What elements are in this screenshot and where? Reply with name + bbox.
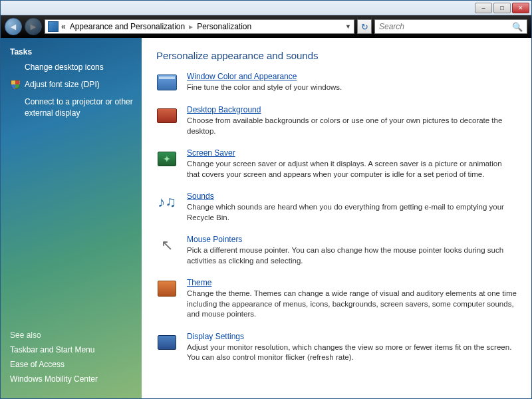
address-dropdown-icon[interactable]: ▼ (345, 23, 351, 30)
forward-button[interactable]: ► (25, 18, 42, 35)
link-sounds[interactable]: Sounds (187, 192, 214, 201)
link-mouse-pointers[interactable]: Mouse Pointers (187, 235, 242, 244)
sounds-icon: ♪♫ (156, 192, 178, 213)
entry-desc: Fine tune the color and style of your wi… (187, 82, 342, 93)
shield-icon (10, 79, 21, 90)
entry-desc: Pick a different mouse pointer. You can … (187, 245, 517, 266)
theme-icon (156, 278, 178, 299)
back-button[interactable]: ◄ (5, 18, 22, 35)
task-label: Change desktop icons (25, 62, 104, 72)
maximize-button[interactable]: □ (493, 3, 511, 13)
entry-screen-saver: ✦ Screen Saver Change your screen saver … (156, 148, 517, 180)
blank-icon (10, 96, 21, 107)
breadcrumb-separator-icon[interactable]: ▸ (189, 22, 193, 31)
entry-desc: Adjust your monitor resolution, which ch… (187, 342, 517, 363)
link-window-color[interactable]: Window Color and Appearance (187, 72, 297, 81)
entry-mouse-pointers: ↖ Mouse Pointers Pick a different mouse … (156, 235, 517, 266)
entry-desc: Change which sounds are heard when you d… (187, 202, 517, 223)
entry-sounds: ♪♫ Sounds Change which sounds are heard … (156, 192, 517, 223)
page-title: Personalize appearance and sounds (156, 50, 517, 61)
minimize-button[interactable]: – (475, 3, 492, 13)
tasks-heading: Tasks (10, 47, 135, 57)
refresh-button[interactable]: ↻ (357, 19, 372, 34)
entry-desc: Choose from available backgrounds or col… (187, 116, 517, 136)
search-box[interactable]: 🔍 (374, 19, 527, 34)
breadcrumb: « Appearance and Personalization ▸ Perso… (61, 22, 251, 31)
window-color-icon (156, 72, 178, 93)
entry-desktop-background: Desktop Background Choose from available… (156, 105, 517, 136)
desktop-background-icon (156, 105, 178, 126)
navigation-bar: ◄ ► « Appearance and Personalization ▸ P… (1, 15, 531, 38)
close-button[interactable]: ✕ (512, 3, 529, 13)
breadcrumb-part[interactable]: Personalization (197, 22, 251, 31)
screen-saver-icon: ✦ (156, 148, 178, 170)
link-display-settings[interactable]: Display Settings (187, 332, 244, 341)
breadcrumb-chevrons[interactable]: « (61, 22, 66, 31)
body: Tasks Change desktop icons Adjust font s… (1, 38, 531, 398)
display-settings-icon (156, 332, 178, 353)
search-icon[interactable]: 🔍 (512, 22, 523, 32)
task-adjust-font-size[interactable]: Adjust font size (DPI) (10, 79, 135, 90)
link-theme[interactable]: Theme (187, 278, 211, 287)
seealso-windows-mobility-center[interactable]: Windows Mobility Center (10, 374, 135, 384)
task-label: Connect to a projector or other external… (25, 96, 135, 118)
control-panel-window: – □ ✕ ◄ ► « Appearance and Personalizati… (0, 0, 532, 399)
titlebar[interactable]: – □ ✕ (1, 1, 531, 15)
content-pane: Personalize appearance and sounds Window… (142, 38, 531, 398)
link-screen-saver[interactable]: Screen Saver (187, 148, 235, 158)
see-also-heading: See also (10, 331, 135, 340)
entry-theme: Theme Change the theme. Themes can chang… (156, 278, 517, 320)
task-label: Adjust font size (DPI) (25, 79, 100, 90)
link-desktop-background[interactable]: Desktop Background (187, 105, 261, 114)
location-icon (48, 21, 59, 32)
window-controls: – □ ✕ (475, 3, 529, 13)
seealso-ease-of-access[interactable]: Ease of Access (10, 360, 135, 369)
sidebar: Tasks Change desktop icons Adjust font s… (1, 38, 142, 398)
entry-desc: Change the theme. Themes can change a wi… (187, 289, 517, 320)
mouse-pointers-icon: ↖ (156, 235, 178, 256)
entry-display-settings: Display Settings Adjust your monitor res… (156, 332, 517, 363)
search-input[interactable] (379, 22, 512, 31)
address-bar[interactable]: « Appearance and Personalization ▸ Perso… (45, 19, 354, 34)
blank-icon (10, 62, 21, 72)
entry-window-color: Window Color and Appearance Fine tune th… (156, 72, 517, 93)
seealso-taskbar-start-menu[interactable]: Taskbar and Start Menu (10, 345, 135, 354)
breadcrumb-part[interactable]: Appearance and Personalization (70, 22, 185, 31)
task-connect-projector[interactable]: Connect to a projector or other external… (10, 96, 135, 118)
entry-desc: Change your screen saver or adjust when … (187, 159, 517, 180)
task-change-desktop-icons[interactable]: Change desktop icons (10, 62, 135, 72)
